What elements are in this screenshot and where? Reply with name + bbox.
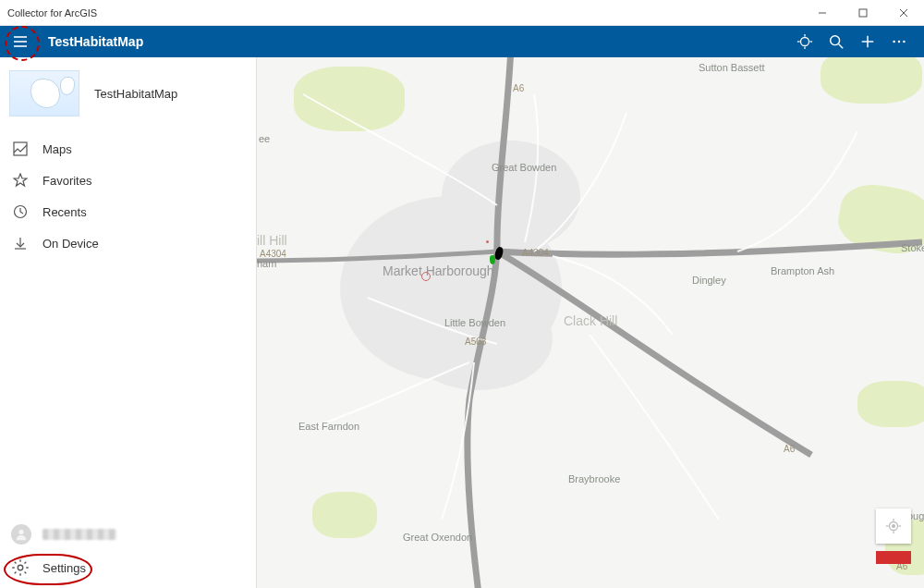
attribution-badge[interactable] — [876, 551, 911, 564]
maximize-button[interactable] — [843, 0, 883, 25]
place-label: Great Oxendon — [403, 532, 472, 543]
window-titlebar: Collector for ArcGIS — [0, 0, 924, 26]
more-button[interactable] — [883, 26, 915, 57]
current-map-item[interactable]: TestHabitatMap — [0, 57, 256, 133]
gps-locate-button[interactable] — [789, 26, 821, 57]
road-label: A6 — [513, 83, 524, 93]
place-label: ill Hill — [257, 233, 287, 248]
road-label: A4304 — [522, 248, 549, 258]
svg-point-25 — [18, 565, 23, 570]
place-label: Stoke — [901, 242, 924, 253]
svg-point-12 — [831, 36, 840, 45]
road-label: A4304 — [260, 249, 286, 259]
gear-icon — [11, 558, 30, 577]
feature-pin-icon — [490, 255, 495, 264]
svg-point-27 — [893, 525, 895, 528]
download-icon — [11, 234, 30, 252]
svg-point-18 — [903, 41, 906, 43]
place-label: Brampton Ash — [771, 265, 834, 276]
sidebar: TestHabitatMap Maps Favorites Recents On… — [0, 57, 257, 588]
current-map-label: TestHabitatMap — [94, 87, 177, 101]
sidebar-item-label: Favorites — [43, 174, 91, 188]
place-label: ee — [259, 133, 270, 144]
menu-button[interactable] — [9, 31, 31, 53]
sidebar-item-label: Maps — [43, 142, 72, 156]
map-view[interactable]: Sutton Bassett Great Bowden Market Harbo… — [257, 57, 924, 588]
place-label: Sutton Bassett — [699, 62, 765, 73]
star-icon — [11, 171, 30, 190]
sidebar-item-on-device[interactable]: On Device — [0, 227, 256, 259]
app-bar: TestHabitatMap — [0, 26, 924, 57]
road-label: A6 — [784, 444, 795, 454]
sidebar-item-maps[interactable]: Maps — [0, 133, 256, 165]
map-thumbnail-icon — [9, 70, 79, 116]
place-label: East Farndon — [298, 421, 359, 432]
app-title: TestHabitatMap — [48, 34, 143, 49]
svg-point-7 — [801, 38, 809, 46]
maps-icon — [11, 140, 30, 158]
sidebar-item-label: Recents — [43, 205, 87, 219]
svg-point-17 — [898, 41, 901, 43]
search-button[interactable] — [821, 26, 852, 57]
place-label: ham — [257, 258, 276, 269]
window-title: Collector for ArcGIS — [7, 7, 97, 18]
svg-point-16 — [893, 41, 895, 43]
clock-icon — [11, 202, 30, 221]
settings-label: Settings — [43, 561, 86, 575]
place-label: Braybrooke — [568, 473, 620, 484]
sidebar-item-favorites[interactable]: Favorites — [0, 165, 256, 196]
place-label: Little Bowden — [444, 317, 505, 328]
road-label: A508 — [465, 337, 486, 347]
username-label — [43, 529, 116, 540]
svg-point-24 — [18, 530, 23, 534]
svg-rect-19 — [14, 142, 27, 155]
settings-button[interactable]: Settings — [0, 551, 256, 584]
svg-rect-1 — [859, 9, 867, 17]
sidebar-item-label: On Device — [43, 237, 99, 251]
avatar-icon — [11, 524, 31, 545]
place-label: Clack Hill — [564, 313, 617, 328]
feature-point-icon — [486, 240, 489, 243]
svg-marker-20 — [14, 174, 27, 186]
place-label: Great Bowden — [492, 162, 556, 173]
place-label: Dingley — [692, 275, 726, 286]
place-label: Market Harborough — [383, 263, 494, 278]
close-button[interactable] — [883, 0, 924, 25]
locate-widget[interactable] — [876, 508, 911, 544]
minimize-button[interactable] — [802, 0, 843, 25]
location-ring-icon — [421, 272, 431, 281]
sidebar-item-recents[interactable]: Recents — [0, 196, 256, 227]
add-button[interactable] — [852, 26, 883, 57]
svg-line-13 — [839, 44, 844, 49]
user-row[interactable] — [0, 518, 256, 551]
